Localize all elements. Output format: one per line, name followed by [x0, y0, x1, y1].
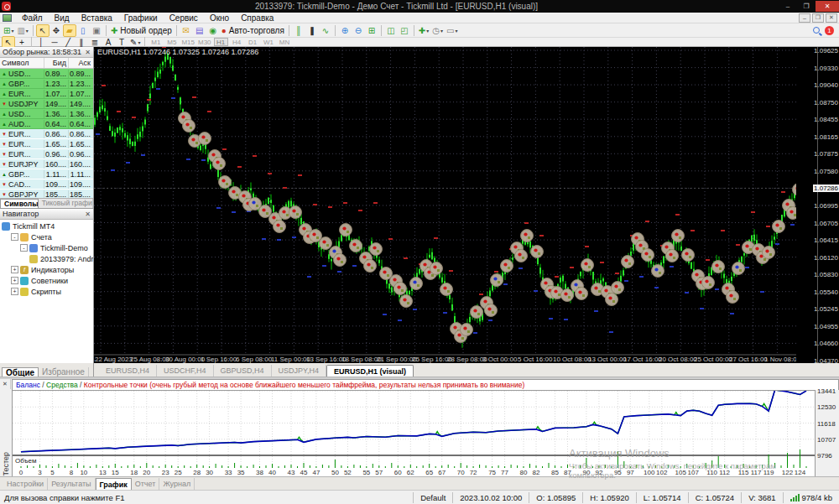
tester-graph[interactable]: Объем03581013151820232528303335384043454…	[12, 390, 816, 478]
navigator-close-icon[interactable]: ✕	[85, 210, 91, 218]
column-header-1[interactable]: Бид	[44, 58, 68, 68]
market-row-EUR[interactable]: ▲EUR...1.07...1.07...	[0, 89, 93, 99]
expand-icon[interactable]: +	[11, 266, 18, 273]
chart-tab-gbpusdh4[interactable]: GBPUSD,H4	[214, 365, 272, 377]
profiles-button[interactable]: ▥▾	[15, 24, 29, 37]
new-chart-button[interactable]: ⊞▾	[2, 24, 15, 37]
chart-area[interactable]: EURUSD,H1 1.07246 1.07325 1.07246 1.0728…	[94, 47, 839, 363]
data-window-button[interactable]: ▯	[76, 24, 90, 37]
close-button[interactable]: ✕	[816, 1, 839, 12]
timeframe-m30[interactable]: M30	[197, 38, 212, 46]
collapse-icon[interactable]: -	[20, 244, 28, 252]
timeframe-m1[interactable]: M1	[149, 38, 163, 46]
tree-item-----------[interactable]: +fИндикаторы	[0, 264, 93, 275]
strategy-tester-button[interactable]: ▣	[90, 24, 103, 37]
chart-tab-usdjpyh4[interactable]: USDJPY,H4	[272, 365, 326, 377]
expert-properties-button[interactable]: ✉	[180, 24, 193, 37]
dropdown-caret-icon[interactable]: ▾	[426, 28, 429, 34]
autotrading-button[interactable]: ●Авто-торговля	[220, 24, 286, 37]
dropdown-caret-icon[interactable]: ▾	[138, 39, 140, 45]
auto-scroll-button[interactable]: ◫	[384, 24, 398, 37]
templates-folder-button[interactable]: ▰	[63, 24, 76, 37]
menu-вставка[interactable]: Вставка	[76, 13, 118, 23]
column-header-2[interactable]: Аск	[68, 58, 92, 68]
timeframe-h1[interactable]: H1	[214, 38, 228, 46]
alerts-button[interactable]: ◉	[206, 24, 220, 37]
expand-icon[interactable]: +	[11, 277, 18, 284]
tester-tab-журнал[interactable]: Журнал	[159, 478, 195, 490]
timeframe-h4[interactable]: H4	[230, 38, 244, 46]
tester-tab-результаты[interactable]: Результаты	[48, 478, 95, 490]
menu-сервис[interactable]: Сервис	[164, 13, 204, 23]
collapse-icon[interactable]: -	[11, 233, 18, 241]
dropdown-caret-icon[interactable]: ▾	[11, 28, 13, 34]
timeframe-d1[interactable]: D1	[246, 38, 260, 46]
market-row-USD[interactable]: ▲USD...1.36...1.36...	[0, 109, 93, 119]
dropdown-caret-icon[interactable]: ▾	[26, 28, 29, 34]
zoom-out-button[interactable]: ⊖	[352, 24, 365, 37]
menu-окно[interactable]: Окно	[204, 13, 235, 23]
tree-item-20133979--andre[interactable]: 20133979: Andre	[0, 253, 93, 264]
cursor-chart-button[interactable]: ↖	[36, 24, 50, 37]
timeframe-mn[interactable]: MN	[278, 38, 292, 46]
navigator-tab[interactable]: Избранное	[39, 367, 89, 377]
minimize-button[interactable]: –	[779, 1, 797, 12]
restore-button[interactable]: ❐	[797, 1, 816, 12]
crosshair-move-button[interactable]: ✥	[50, 24, 63, 37]
chart-candles-button[interactable]: ❚	[305, 24, 319, 37]
market-row-GBP[interactable]: ▲GBP...1.23...1.23...	[0, 79, 93, 89]
navigator-tab[interactable]: Общие	[2, 367, 39, 377]
chart-tab-eurusdh1visual[interactable]: EURUSD,H1 (visual)	[326, 365, 414, 377]
market-watch-close-icon[interactable]: ✕	[85, 49, 91, 56]
price-scale[interactable]: 1.096251.093301.090401.087501.084551.081…	[817, 47, 839, 363]
notification-badge[interactable]: 1	[825, 26, 834, 35]
tree-item------[interactable]: -Счета	[0, 231, 93, 242]
dropdown-caret-icon[interactable]: ▾	[455, 28, 457, 34]
market-row-EUR[interactable]: ▼EUR...1.65...1.65...	[0, 139, 93, 149]
timeframe-m5[interactable]: M5	[164, 38, 179, 46]
market-row-AUD[interactable]: ▲AUD...0.64...0.64...	[0, 119, 93, 129]
tester-tab-график[interactable]: График	[96, 478, 132, 490]
column-header-0[interactable]: Символ	[0, 58, 44, 68]
menu-справка[interactable]: Справка	[235, 13, 279, 23]
market-row-EUR[interactable]: ▼EUR...0.96...0.96...	[0, 149, 93, 159]
search-icon[interactable]	[813, 27, 820, 34]
market-row-GBP[interactable]: ▲GBP...1.11...1.11...	[0, 169, 93, 179]
market-row-EURJPY[interactable]: ▼EURJPY160....160....	[0, 159, 93, 169]
market-row-CAD[interactable]: ▼CAD...109....109....	[0, 179, 93, 190]
market-row-USD[interactable]: ▲USD...0.89...0.89...	[0, 69, 93, 79]
tester-tab-настройки[interactable]: Настройки	[3, 478, 48, 490]
menu-графики[interactable]: Графики	[118, 13, 164, 23]
tree-item-tickmill-mt4[interactable]: Tickmill MT4	[0, 221, 93, 231]
market-row-GBPJPY[interactable]: ▼GBPJPY185....185....	[0, 190, 93, 198]
mdi-close-button[interactable]: ✕	[826, 13, 837, 23]
new-order-button[interactable]: ✚Новый ордер	[109, 24, 174, 37]
tile-windows-button[interactable]: ⊞	[365, 24, 378, 37]
expand-icon[interactable]: +	[11, 288, 18, 295]
mdi-restore-button[interactable]: ❐	[812, 13, 824, 23]
chart-line-button[interactable]: ∿	[319, 24, 332, 37]
market-row-USDJPY[interactable]: ▼USDJPY149....149....	[0, 99, 93, 109]
market-watch-tab[interactable]: Тиковый график	[39, 199, 93, 208]
tester-close-icon[interactable]: ✕	[0, 379, 11, 389]
mdi-minimize-button[interactable]: –	[799, 13, 810, 23]
menu-вид[interactable]: Вид	[49, 13, 76, 23]
chart-bars-button[interactable]: ║	[292, 24, 305, 37]
menu-файл[interactable]: Файл	[16, 13, 49, 23]
dropdown-caret-icon[interactable]: ▾	[440, 28, 443, 34]
templates-button[interactable]: ▭▾	[445, 24, 459, 37]
market-watch-tab[interactable]: Символы	[0, 199, 39, 208]
chart-tab-usdchfh4[interactable]: USDCHF,H4	[157, 365, 214, 377]
tree-item-tickmill-demo[interactable]: -Tickmill-Demo	[0, 242, 93, 253]
periods-button[interactable]: ◷▾	[430, 24, 445, 37]
market-row-EUR[interactable]: ▼EUR...0.86...0.86...	[0, 129, 93, 139]
tree-item----------[interactable]: +Советники	[0, 275, 93, 286]
chart-shift-button[interactable]: ◰	[398, 24, 411, 37]
timeframe-m15[interactable]: M15	[180, 38, 195, 46]
zoom-in-button[interactable]: ⊕	[338, 24, 352, 37]
tester-tab-отчет[interactable]: Отчет	[132, 478, 160, 490]
terminal-button[interactable]: ▤	[193, 24, 206, 37]
tree-item--------[interactable]: +Скрипты	[0, 286, 93, 297]
chart-tab-eurusdh4[interactable]: EURUSD,H4	[99, 365, 157, 377]
indicators-button[interactable]: ✚▾	[417, 24, 430, 37]
